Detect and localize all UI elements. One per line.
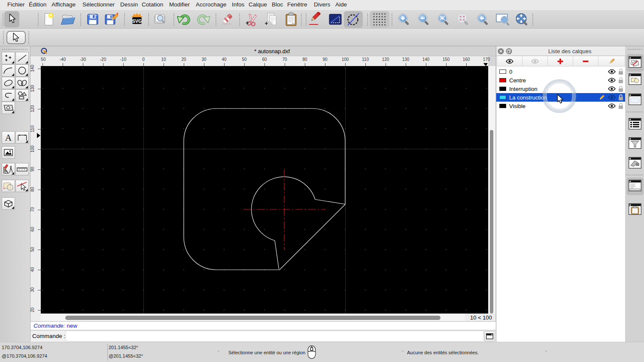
svg-text:SVG: SVG <box>132 18 142 24</box>
svg-text:A: A <box>5 133 12 143</box>
